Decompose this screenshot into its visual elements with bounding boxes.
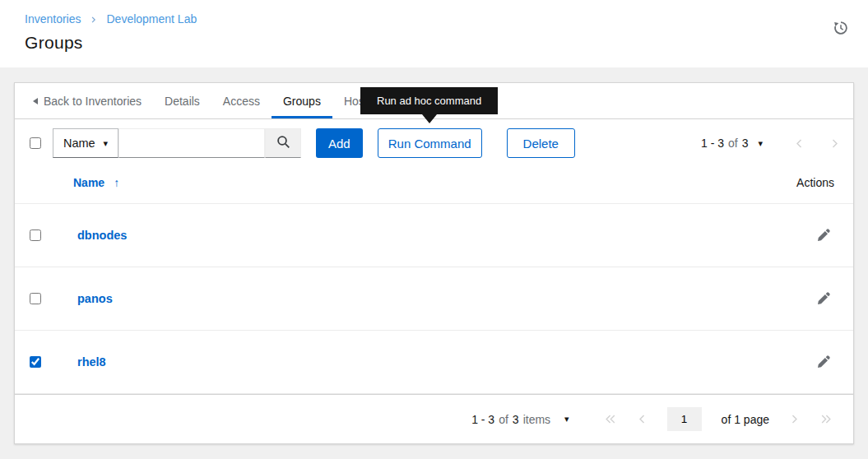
content-area: Back to Inventories Details Access Group… [0, 67, 868, 459]
chevron-down-icon: ▾ [103, 139, 108, 148]
double-chevron-right-icon [819, 415, 833, 427]
group-name-link[interactable]: panos [77, 292, 113, 305]
next-page-button[interactable] [829, 138, 840, 149]
tab-groups[interactable]: Groups [272, 83, 332, 118]
tab-details[interactable]: Details [153, 83, 211, 118]
prev-page-button[interactable] [637, 414, 648, 424]
page-navigation: of 1 page [604, 407, 833, 431]
add-button[interactable]: Add [316, 128, 363, 158]
search-input[interactable] [118, 128, 265, 158]
edit-button[interactable] [811, 287, 835, 311]
pencil-icon [816, 359, 830, 372]
next-page-button[interactable] [789, 414, 800, 424]
table-row: panos [15, 267, 853, 331]
pagination-dropdown-toggle[interactable]: ▾ [758, 139, 763, 148]
back-arrow-icon [33, 98, 38, 104]
search-button[interactable] [265, 128, 301, 158]
pagination-top: 1 - 3 of 3 ▾ [701, 137, 840, 150]
page-title: Groups [25, 33, 868, 53]
pagination-range: 1 - 3 [701, 137, 724, 150]
double-chevron-left-icon [604, 415, 617, 427]
row-checkbox[interactable] [30, 293, 41, 304]
chevron-left-icon [637, 415, 648, 427]
column-header-actions: Actions [796, 176, 834, 189]
pagination-total: 3 [742, 137, 749, 150]
history-icon [833, 26, 849, 39]
tooltip-run-ad-hoc-command: Run ad hoc command [360, 87, 498, 114]
filter-type-select[interactable]: Name ▾ [53, 128, 118, 158]
chevron-left-icon [794, 139, 805, 151]
first-page-button[interactable] [604, 414, 617, 424]
items-per-page-toggle[interactable]: ▾ [564, 415, 569, 424]
select-all-checkbox[interactable] [30, 137, 41, 149]
breadcrumb-link-development-lab[interactable]: Development Lab [106, 12, 197, 26]
page-count-label: of 1 page [722, 413, 769, 426]
breadcrumb: Inventories Development Lab [25, 12, 868, 26]
chevron-right-icon [829, 139, 840, 151]
tab-access[interactable]: Access [211, 83, 272, 118]
table-row: dbnodes [15, 204, 853, 267]
pagination-bottom: 1 - 3 of 3 items ▾ of 1 page [15, 394, 853, 443]
group-name-link[interactable]: rhel8 [77, 355, 106, 369]
page-header: Inventories Development Lab Groups [0, 0, 868, 67]
search-icon [276, 135, 290, 151]
row-checkbox[interactable] [30, 356, 41, 368]
column-header-name[interactable]: Name ↑ [73, 176, 119, 189]
table-header: Name ↑ Actions [15, 162, 853, 204]
delete-button[interactable]: Delete [507, 128, 575, 158]
tab-back-to-inventories[interactable]: Back to Inventories [21, 83, 153, 118]
run-command-button[interactable]: Run Command [378, 128, 482, 158]
chevron-right-icon [789, 415, 800, 427]
last-page-button[interactable] [819, 414, 833, 424]
breadcrumb-chevron-icon [90, 16, 97, 24]
page-number-input[interactable] [667, 407, 702, 431]
history-button[interactable] [833, 20, 849, 36]
sort-ascending-icon: ↑ [114, 176, 119, 189]
edit-button[interactable] [811, 224, 835, 248]
items-summary: 1 - 3 of 3 items ▾ [471, 413, 569, 426]
table-row: rhel8 [15, 331, 853, 394]
pencil-icon [816, 233, 830, 245]
row-checkbox[interactable] [30, 230, 41, 241]
breadcrumb-link-inventories[interactable]: Inventories [25, 12, 81, 26]
groups-panel: Back to Inventories Details Access Group… [14, 82, 854, 444]
edit-button[interactable] [811, 350, 835, 374]
pencil-icon [816, 296, 830, 308]
prev-page-button[interactable] [794, 138, 805, 149]
list-toolbar: Name ▾ Add Run Command Delete 1 - 3 of 3 [15, 119, 853, 162]
group-name-link[interactable]: dbnodes [77, 229, 127, 242]
